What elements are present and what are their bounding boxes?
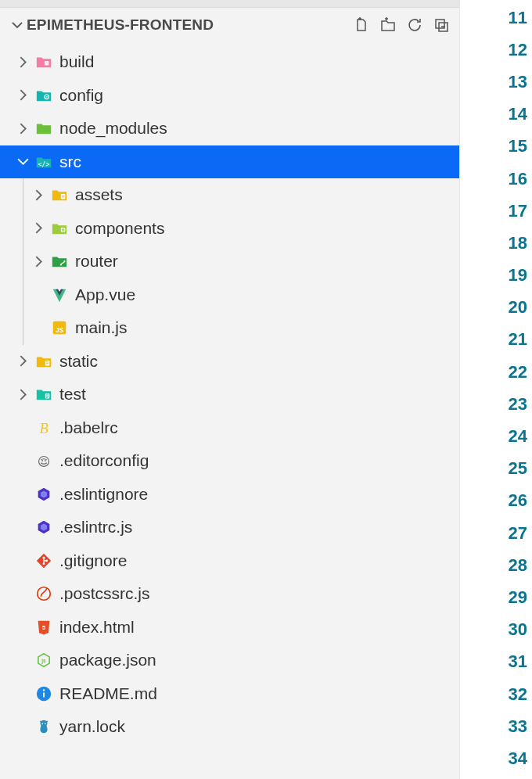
editorconfig-icon (34, 451, 53, 470)
chevron-right-icon[interactable] (30, 255, 47, 268)
indent-guide (23, 212, 23, 246)
chevron-right-icon[interactable] (14, 354, 31, 368)
chevron-right-icon[interactable] (14, 388, 31, 401)
project-title: EPIMETHEUS-FRONTEND (25, 16, 353, 34)
chevron-down-icon[interactable] (9, 19, 25, 31)
svg-point-17 (45, 460, 46, 461)
folder-row-assets[interactable]: assets (0, 178, 459, 212)
line-number[interactable]: 29 (460, 581, 532, 613)
eslint-icon (34, 518, 53, 537)
tree-item-label: router (75, 252, 459, 271)
line-number[interactable]: 22 (460, 356, 532, 388)
file-row-app-vue[interactable]: App.vue (0, 278, 459, 312)
line-number[interactable]: 24 (460, 420, 532, 452)
file-row-readme-md[interactable]: README.md (0, 677, 459, 711)
file-row-yarn-lock[interactable]: yarn.lock (0, 710, 459, 744)
refresh-icon[interactable] (406, 16, 423, 34)
tree-item-label: App.vue (75, 285, 459, 304)
chevron-right-icon[interactable] (14, 122, 31, 135)
tree-item-label: index.html (59, 618, 459, 637)
line-number[interactable]: 13 (460, 66, 532, 98)
line-number[interactable]: 33 (460, 710, 532, 742)
line-number[interactable]: 34 (460, 742, 532, 774)
line-number[interactable]: 27 (460, 517, 532, 549)
info-icon (34, 684, 53, 703)
tree-item-label: README.md (59, 684, 459, 703)
html-icon: 5 (34, 618, 53, 637)
line-number[interactable]: 25 (460, 453, 532, 485)
editor-line-gutter: 1112131415161718192021222324252627282930… (460, 0, 532, 779)
folder-row-router[interactable]: router (0, 245, 459, 278)
svg-rect-25 (43, 692, 45, 697)
line-number[interactable]: 14 (460, 99, 532, 131)
svg-rect-2 (45, 61, 49, 66)
file-row-package-json[interactable]: jspackage.json (0, 644, 459, 677)
collapse-all-icon[interactable] (433, 16, 450, 34)
svg-text:B: B (40, 421, 49, 436)
line-number[interactable]: 17 (460, 195, 532, 227)
npm-icon: js (34, 651, 53, 670)
line-number[interactable]: 30 (460, 614, 532, 646)
line-number[interactable]: 15 (460, 131, 532, 163)
file-row--gitignore[interactable]: .gitignore (0, 544, 459, 578)
explorer-header[interactable]: EPIMETHEUS-FRONTEND (0, 8, 459, 42)
folder-teal-test-icon (34, 385, 53, 404)
line-number[interactable]: 26 (460, 485, 532, 517)
line-number[interactable]: 12 (460, 34, 532, 66)
tree-item-label: src (59, 153, 459, 171)
file-row-main-js[interactable]: JSmain.js (0, 311, 459, 345)
eslint-icon (34, 485, 53, 504)
yarn-icon (34, 717, 53, 736)
svg-point-15 (39, 457, 49, 467)
file-row-index-html[interactable]: 5index.html (0, 611, 459, 644)
line-number[interactable]: 11 (460, 2, 532, 34)
folder-pink-icon (34, 52, 53, 71)
chevron-right-icon[interactable] (14, 56, 31, 69)
chevron-right-icon[interactable] (30, 188, 47, 202)
folder-row-test[interactable]: test (0, 378, 459, 411)
line-number[interactable]: 31 (460, 646, 532, 678)
chevron-down-icon[interactable] (14, 155, 31, 168)
folder-row-config[interactable]: config (0, 79, 459, 113)
tree-item-label: config (59, 86, 459, 105)
tree-item-label: static (59, 352, 459, 371)
svg-point-26 (43, 689, 45, 691)
file-row--eslintrc-js[interactable]: .eslintrc.js (0, 511, 459, 544)
svg-point-21 (38, 587, 51, 601)
line-number[interactable]: 21 (460, 324, 532, 356)
new-file-icon[interactable] (353, 16, 370, 34)
tree-item-label: components (75, 219, 459, 238)
line-number[interactable]: 28 (460, 549, 532, 581)
tree-item-label: yarn.lock (59, 717, 459, 736)
top-strip (0, 0, 459, 8)
tree-item-label: build (59, 52, 459, 71)
folder-row-static[interactable]: static (0, 345, 459, 379)
svg-text:JS: JS (56, 327, 64, 334)
new-folder-icon[interactable] (379, 16, 397, 34)
tree-item-label: .eslintignore (59, 485, 459, 504)
folder-row-build[interactable]: build (0, 45, 459, 79)
tree-item-label: .postcssrc.js (59, 584, 459, 603)
file-row--postcssrc-js[interactable]: .postcssrc.js (0, 577, 459, 611)
line-number[interactable]: 20 (460, 292, 532, 324)
chevron-right-icon[interactable] (30, 221, 47, 235)
line-number[interactable]: 32 (460, 678, 532, 710)
line-number[interactable]: 16 (460, 163, 532, 195)
indent-guide (23, 178, 23, 212)
svg-point-28 (45, 723, 46, 725)
file-row--babelrc[interactable]: B.babelrc (0, 411, 459, 445)
line-number[interactable]: 19 (460, 260, 532, 292)
folder-row-src[interactable]: </>src (0, 145, 459, 179)
svg-text:</>: </> (38, 160, 50, 167)
folder-green-icon (34, 119, 53, 138)
tree-item-label: .babelrc (59, 418, 459, 437)
tree-item-label: node_modules (59, 119, 459, 138)
chevron-right-icon[interactable] (14, 88, 31, 102)
folder-row-components[interactable]: components (0, 212, 459, 246)
file-row--eslintignore[interactable]: .eslintignore (0, 478, 459, 512)
line-number[interactable]: 23 (460, 388, 532, 420)
file-row--editorconfig[interactable]: .editorconfig (0, 444, 459, 478)
line-number[interactable]: 18 (460, 227, 532, 259)
tree-item-label: .gitignore (59, 551, 459, 570)
folder-row-node-modules[interactable]: node_modules (0, 112, 459, 145)
